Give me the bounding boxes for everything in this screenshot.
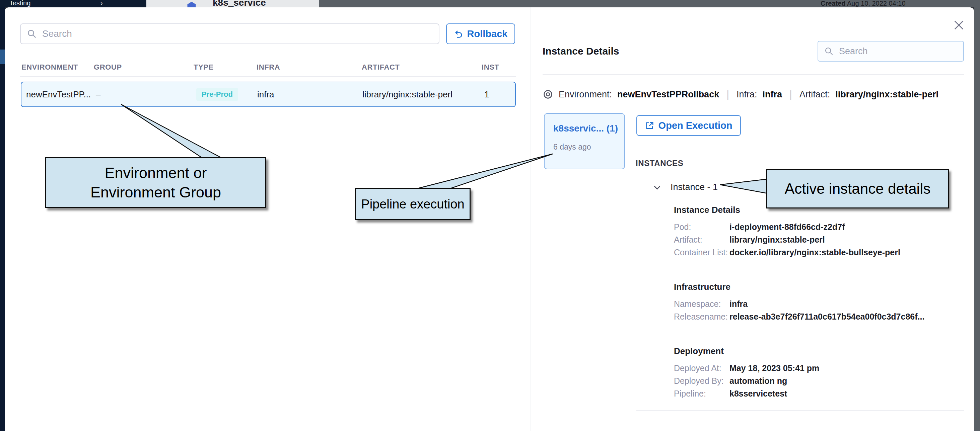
callout-environment-line2: Environment Group: [91, 183, 221, 202]
summary-separator: |: [788, 89, 794, 100]
background-right-strip: [974, 7, 980, 431]
background-service-header: k8s_service: [146, 0, 319, 7]
environment-value: newEnvTestPPRollback: [617, 89, 719, 100]
field-value: release-ab3e7f26f711a0c617b54ea00f0c3d7c…: [729, 312, 924, 322]
execution-name: k8sservic...: [553, 123, 604, 133]
section-heading-instance-details: Instance Details: [674, 205, 740, 215]
callout-environment: Environment or Environment Group: [45, 157, 266, 208]
callout-pipeline-execution: Pipeline execution: [355, 188, 471, 220]
environment-icon: [542, 89, 553, 100]
screen: Testing › k8s_service Created Aug 10, 20…: [0, 0, 980, 431]
rollback-button[interactable]: Rollback: [446, 24, 515, 44]
service-cube-icon: [186, 2, 197, 7]
col-inst: INST: [482, 63, 500, 71]
field-label: Namespace:: [674, 299, 721, 309]
callout-active-instance: Active instance details: [766, 169, 949, 209]
execution-time: 6 days ago: [553, 143, 591, 152]
chevron-down-icon: [652, 183, 662, 192]
infra-label: Infra:: [737, 89, 757, 100]
section-divider: [674, 270, 962, 270]
row-inst-count: 1: [484, 89, 489, 100]
instance-bottom-divider: [636, 410, 964, 410]
col-group: GROUP: [94, 63, 122, 71]
background-sidebar-strip: [0, 7, 5, 431]
callout-environment-line1: Environment or: [105, 163, 207, 183]
background-sidebar-active-item: [0, 49, 5, 64]
section-divider: [674, 334, 962, 334]
instance-title: Instance - 1: [671, 182, 718, 192]
summary-separator: |: [724, 89, 731, 100]
instances-divider: [636, 151, 964, 151]
col-artifact: ARTIFACT: [362, 63, 400, 71]
deployment-summary: Environment: newEnvTestPPRollback | Infr…: [542, 88, 939, 101]
instance-panel-guide: [644, 172, 644, 412]
section-heading-deployment: Deployment: [674, 346, 724, 357]
created-label: Created: [821, 0, 845, 7]
artifact-value: library/nginx:stable-perl: [835, 89, 939, 100]
rollback-label: Rollback: [467, 29, 508, 40]
close-icon[interactable]: [952, 18, 966, 32]
rollback-icon: [454, 29, 463, 38]
artifact-label: Artifact:: [799, 89, 830, 100]
panel-title: Instance Details: [542, 46, 619, 57]
field-value: k8sservicetest: [729, 389, 787, 399]
field-label: Artifact:: [674, 235, 702, 245]
open-execution-button[interactable]: Open Execution: [636, 115, 741, 136]
row-group: –: [96, 89, 100, 100]
callout-instance-text: Active instance details: [785, 181, 931, 197]
field-label: Deployed By:: [674, 376, 724, 386]
instance-search-input[interactable]: [838, 46, 957, 57]
search-icon: [27, 29, 37, 39]
table-header-divider: [20, 76, 516, 77]
field-value: library/nginx:stable-perl: [729, 235, 825, 245]
section-heading-infrastructure: Infrastructure: [674, 282, 730, 292]
infra-value: infra: [763, 89, 783, 100]
panel-header-divider: [542, 74, 964, 74]
table-row-environment[interactable]: newEnvTestPP... – Pre-Prod infra library…: [21, 82, 516, 107]
execution-count: (1): [606, 123, 618, 133]
pipeline-execution-card[interactable]: k8sservic... (1) 6 days ago: [544, 113, 625, 170]
col-environment: ENVIRONMENT: [21, 63, 78, 71]
breadcrumb-separator: ›: [100, 0, 103, 7]
row-environment: newEnvTestPP...: [26, 89, 91, 100]
background-breadcrumb-bar: Testing ›: [0, 0, 146, 7]
callout-pipeline-text: Pipeline execution: [361, 197, 464, 211]
row-type-badge: Pre-Prod: [196, 88, 238, 101]
col-type: TYPE: [194, 63, 214, 71]
col-infra: INFRA: [256, 63, 280, 71]
field-label: Releasename:: [674, 312, 728, 322]
row-infra: infra: [257, 89, 274, 100]
field-label: Deployed At:: [674, 363, 721, 373]
field-label: Pipeline:: [674, 389, 706, 399]
external-link-icon: [645, 121, 654, 130]
row-artifact: library/nginx:stable-perl: [363, 89, 452, 100]
environment-search[interactable]: [20, 24, 439, 44]
search-icon: [824, 46, 834, 56]
environment-label: Environment:: [558, 89, 612, 100]
open-execution-label: Open Execution: [659, 120, 732, 131]
field-label: Pod:: [674, 222, 691, 232]
breadcrumb: Testing: [10, 0, 30, 7]
field-value: docker.io/library/nginx:stable-bullseye-…: [729, 248, 900, 257]
field-value: i-deployment-88fd66cd-z2d7f: [729, 222, 845, 232]
created-timestamp: Created Aug 10, 2022 04:10: [821, 0, 978, 7]
service-title: k8s_service: [213, 0, 266, 7]
field-value: infra: [729, 299, 748, 309]
instance-search[interactable]: [818, 41, 964, 62]
instances-heading: INSTANCES: [636, 158, 683, 168]
environment-search-input[interactable]: [41, 28, 433, 40]
created-value: Aug 10, 2022 04:10: [847, 0, 906, 7]
field-value: automation ng: [729, 376, 787, 386]
field-value: May 18, 2023 05:41 pm: [729, 363, 819, 373]
field-label: Container List:: [674, 248, 728, 257]
